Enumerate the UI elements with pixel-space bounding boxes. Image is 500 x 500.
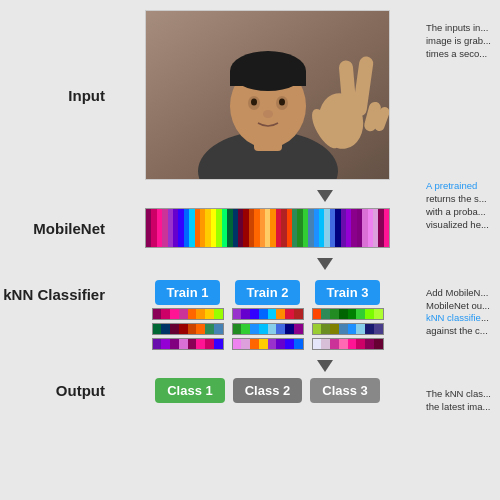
svg-point-9 — [251, 99, 257, 106]
mini-bar — [196, 309, 205, 319]
mini-bar — [330, 339, 339, 349]
mini-bar — [196, 324, 205, 334]
train-button-3[interactable]: Train 3 — [315, 280, 381, 305]
mini-bar — [250, 324, 259, 334]
input-image — [145, 10, 390, 180]
knn-column-1: Train 1 — [152, 280, 224, 350]
mini-bar — [233, 309, 242, 319]
mini-bar — [250, 309, 259, 319]
mini-bar — [259, 309, 268, 319]
train-button-2[interactable]: Train 2 — [235, 280, 301, 305]
mini-bar — [188, 324, 197, 334]
mini-bar — [374, 339, 383, 349]
mini-bar — [285, 339, 294, 349]
class-button-3[interactable]: Class 3 — [310, 378, 380, 403]
mobilenet-label: MobileNet — [0, 220, 115, 237]
mini-bar — [268, 339, 277, 349]
input-description: The inputs in... image is grab... times … — [426, 22, 494, 60]
mini-bar — [276, 309, 285, 319]
mini-bar — [179, 324, 188, 334]
mini-bar — [205, 309, 214, 319]
knn-description: Add MobileN... MobileNet ou... kNN class… — [426, 287, 494, 338]
mini-bar — [285, 309, 294, 319]
train-button-1[interactable]: Train 1 — [155, 280, 221, 305]
mini-bar — [170, 309, 179, 319]
output-row: Output Class 1 Class 2 Class 3 — [0, 378, 420, 403]
mini-bar — [214, 324, 223, 334]
mini-bar — [313, 324, 322, 334]
input-content — [115, 10, 420, 180]
knn-link[interactable]: kNN classifie — [426, 312, 481, 323]
mini-bar — [356, 324, 365, 334]
mini-bar — [365, 309, 374, 319]
mini-bar — [276, 324, 285, 334]
mini-bar — [241, 309, 250, 319]
mini-bars-2b — [232, 323, 304, 335]
output-content: Class 1 Class 2 Class 3 — [115, 378, 420, 403]
svg-rect-6 — [230, 71, 306, 86]
input-label: Input — [0, 87, 115, 104]
mini-bar — [356, 339, 365, 349]
output-description: The kNN clas... the latest ima... — [426, 388, 494, 414]
mini-bar — [339, 324, 348, 334]
mini-bar — [365, 339, 374, 349]
mini-bar — [330, 309, 339, 319]
mini-bar — [161, 324, 170, 334]
mobilenet-link[interactable]: A pretrained — [426, 180, 477, 191]
mini-bar — [214, 339, 223, 349]
mini-bar — [330, 324, 339, 334]
mini-bar — [276, 339, 285, 349]
mini-bar — [313, 339, 322, 349]
mini-bar — [356, 309, 365, 319]
knn-column-2: Train 2 — [232, 280, 304, 350]
mini-bar — [170, 339, 179, 349]
mini-bar — [188, 339, 197, 349]
mini-bar — [161, 339, 170, 349]
input-row: Input — [0, 10, 420, 180]
mini-bar — [294, 309, 303, 319]
mini-bar — [348, 339, 357, 349]
right-panel: The inputs in... image is grab... times … — [420, 0, 500, 500]
arrow-down-1 — [317, 190, 333, 202]
mini-bar — [365, 324, 374, 334]
arrow-down-2 — [317, 258, 333, 270]
mini-bar — [153, 339, 162, 349]
mini-bars-1b — [152, 323, 224, 335]
mini-bar — [294, 324, 303, 334]
arrow-2 — [0, 254, 420, 274]
output-columns: Class 1 Class 2 Class 3 — [115, 378, 420, 403]
mini-bar — [321, 339, 330, 349]
mini-bars-3c — [312, 338, 384, 350]
mini-bar — [259, 339, 268, 349]
mini-bar — [214, 309, 223, 319]
mini-bar — [339, 339, 348, 349]
mini-bar — [348, 324, 357, 334]
arrow-down-3 — [317, 360, 333, 372]
mini-bar — [321, 324, 330, 334]
mobilenet-color-bars — [145, 208, 390, 248]
main-layout: Input — [0, 0, 500, 500]
left-panel: Input — [0, 0, 420, 500]
knn-label: kNN Classifier — [0, 280, 115, 303]
mini-bar — [179, 339, 188, 349]
mini-bar — [179, 309, 188, 319]
mini-bar — [196, 339, 205, 349]
class-button-1[interactable]: Class 1 — [155, 378, 225, 403]
mini-bars-2 — [232, 308, 304, 320]
mini-bar — [205, 324, 214, 334]
arrow-3 — [0, 356, 420, 376]
svg-point-10 — [279, 99, 285, 106]
mini-bar — [285, 324, 294, 334]
class-button-2[interactable]: Class 2 — [233, 378, 303, 403]
mini-bar — [205, 339, 214, 349]
arrow-1 — [0, 186, 420, 206]
svg-point-11 — [263, 110, 273, 118]
knn-column-3: Train 3 — [312, 280, 384, 350]
mini-bar — [153, 324, 162, 334]
output-label: Output — [0, 382, 115, 399]
mini-bars-3b — [312, 323, 384, 335]
mini-bar — [241, 324, 250, 334]
mobilenet-content — [115, 208, 420, 248]
knn-columns: Train 1 — [115, 280, 420, 350]
mobilenet-row: MobileNet — [0, 208, 420, 248]
